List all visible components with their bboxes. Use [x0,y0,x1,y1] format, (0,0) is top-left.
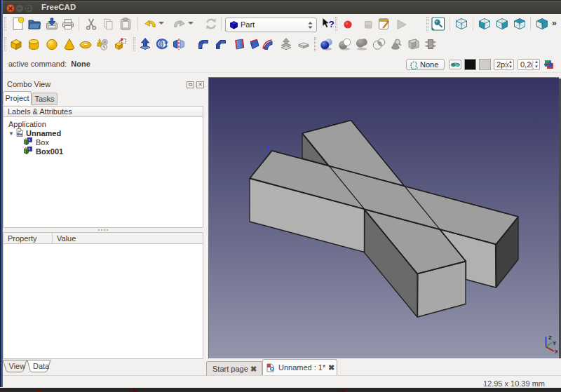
svg-text:Z: Z [548,334,552,341]
svg-text:X: X [555,349,557,355]
svg-text:Data: Data [33,362,50,370]
svg-text:Y: Y [553,340,557,346]
svg-text:View: View [9,362,26,370]
svg-text:?: ? [329,19,334,29]
